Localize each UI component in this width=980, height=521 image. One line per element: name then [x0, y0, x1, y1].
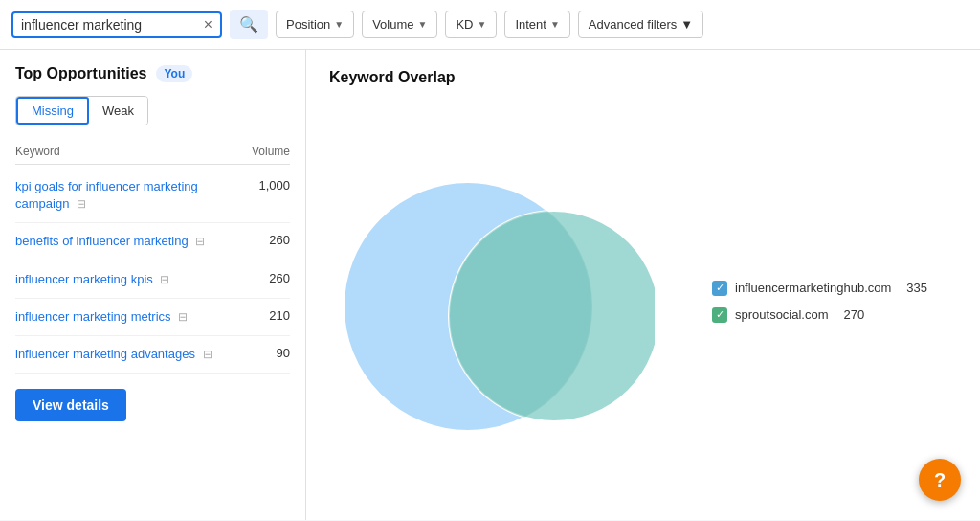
- panel-header: Top Opportunities You: [15, 65, 290, 82]
- keyword-list: kpi goals for influencer marketing campa…: [15, 169, 290, 374]
- external-link-icon[interactable]: ⊟: [160, 273, 169, 286]
- kd-filter-label: KD: [456, 17, 473, 32]
- advanced-filters-label: Advanced filters: [589, 17, 678, 32]
- intent-filter-label: Intent: [515, 17, 546, 32]
- external-link-icon[interactable]: ⊟: [77, 197, 86, 211]
- view-details-button[interactable]: View details: [15, 389, 126, 421]
- keyword-link[interactable]: influencer marketing advantages ⊟: [15, 346, 242, 363]
- keyword-volume: 260: [242, 271, 290, 285]
- keyword-link[interactable]: benefits of influencer marketing ⊟: [15, 233, 242, 250]
- keyword-volume: 1,000: [242, 178, 290, 193]
- legend-checkbox-green[interactable]: ✓: [712, 307, 727, 323]
- keyword-link[interactable]: kpi goals for influencer marketing campa…: [15, 178, 242, 213]
- table-row: influencer marketing kpis ⊟ 260: [15, 261, 290, 299]
- position-filter-button[interactable]: Position ▼: [276, 11, 354, 38]
- legend-checkbox-blue[interactable]: ✓: [712, 281, 727, 296]
- weak-tab[interactable]: Weak: [89, 97, 147, 125]
- kd-filter-button[interactable]: KD ▼: [445, 11, 497, 38]
- advanced-filters-chevron-icon: ▼: [680, 17, 693, 32]
- keyword-volume: 90: [242, 346, 290, 360]
- left-panel: Top Opportunities You Missing Weak Keywo…: [0, 50, 306, 520]
- chart-legend: ✓ influencermarketinghub.com 335 ✓ sprou…: [712, 281, 927, 323]
- external-link-icon[interactable]: ⊟: [178, 310, 188, 324]
- tab-group: Missing Weak: [15, 96, 148, 125]
- position-filter-label: Position: [286, 17, 330, 32]
- advanced-filters-button[interactable]: Advanced filters ▼: [578, 11, 703, 38]
- legend-domain-1: sproutsocial.com: [735, 307, 829, 322]
- keyword-link[interactable]: influencer marketing metrics ⊟: [15, 308, 242, 326]
- keyword-volume: 210: [242, 308, 290, 323]
- legend-count-0: 335: [906, 281, 927, 295]
- position-chevron-icon: ▼: [334, 19, 344, 30]
- toolbar: × 🔍 Position ▼ Volume ▼ KD ▼ Intent ▼ Ad…: [0, 0, 980, 50]
- volume-filter-button[interactable]: Volume ▼: [362, 11, 437, 38]
- table-row: influencer marketing advantages ⊟ 90: [15, 336, 290, 374]
- intent-filter-button[interactable]: Intent ▼: [504, 11, 569, 38]
- search-box: ×: [11, 11, 222, 38]
- external-link-icon[interactable]: ⊟: [203, 348, 212, 361]
- search-input[interactable]: [21, 17, 198, 33]
- volume-column-header: Volume: [252, 145, 290, 158]
- keyword-column-header: Keyword: [15, 145, 60, 158]
- volume-chevron-icon: ▼: [418, 19, 428, 30]
- table-header: Keyword Volume: [15, 139, 290, 165]
- missing-tab[interactable]: Missing: [16, 97, 89, 125]
- help-fab-button[interactable]: ?: [919, 459, 961, 501]
- volume-filter-label: Volume: [372, 17, 413, 32]
- panel-title: Top Opportunities: [15, 65, 146, 82]
- table-row: kpi goals for influencer marketing campa…: [15, 169, 290, 223]
- table-row: influencer marketing metrics ⊟ 210: [15, 299, 290, 336]
- keyword-link[interactable]: influencer marketing kpis ⊟: [15, 271, 242, 288]
- legend-item-1: ✓ sproutsocial.com 270: [712, 307, 927, 323]
- legend-item-0: ✓ influencermarketinghub.com 335: [712, 281, 927, 296]
- you-badge: You: [156, 65, 192, 82]
- search-button[interactable]: 🔍: [230, 10, 268, 39]
- main-content: Top Opportunities You Missing Weak Keywo…: [0, 50, 980, 520]
- kd-chevron-icon: ▼: [478, 19, 487, 30]
- intent-chevron-icon: ▼: [550, 19, 560, 30]
- legend-count-1: 270: [844, 307, 865, 322]
- chart-area: ✓ influencermarketinghub.com 335 ✓ sprou…: [329, 102, 957, 501]
- keyword-volume: 260: [242, 233, 290, 247]
- clear-button[interactable]: ×: [204, 17, 212, 33]
- legend-domain-0: influencermarketinghub.com: [735, 281, 891, 295]
- chart-title: Keyword Overlap: [329, 69, 957, 86]
- external-link-icon[interactable]: ⊟: [195, 235, 205, 248]
- venn-diagram: [329, 148, 655, 455]
- right-panel: Keyword Overlap: [306, 50, 980, 520]
- table-row: benefits of influencer marketing ⊟ 260: [15, 223, 290, 260]
